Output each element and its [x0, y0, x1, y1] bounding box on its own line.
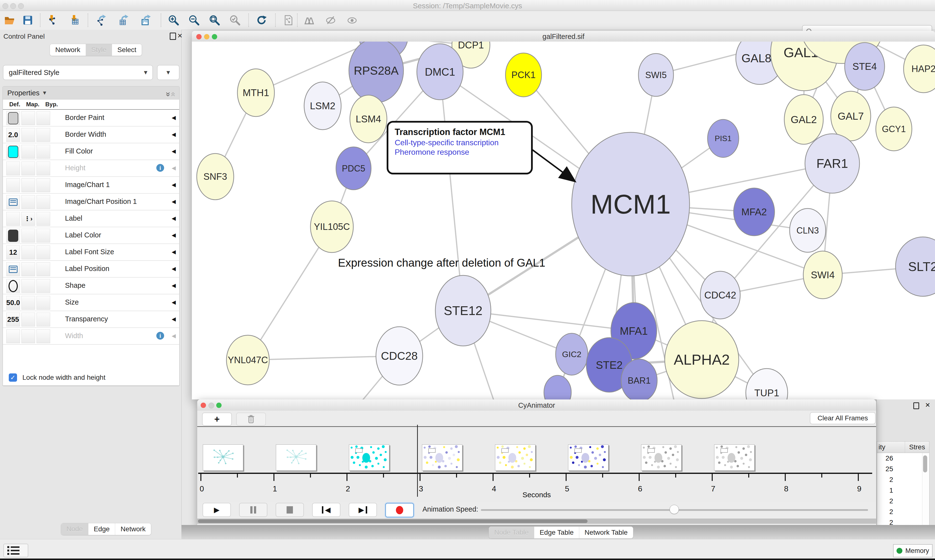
- bypass-cell[interactable]: [37, 111, 50, 125]
- bypass-cell[interactable]: [37, 329, 50, 343]
- expand-arrow-icon[interactable]: ◀: [172, 115, 176, 121]
- node-MFA2[interactable]: MFA2: [734, 188, 775, 236]
- table-row[interactable]: 2: [877, 474, 929, 485]
- node-PDC5[interactable]: PDC5: [336, 147, 371, 190]
- tab-network[interactable]: Network: [115, 523, 151, 535]
- mapping-cell[interactable]: [22, 262, 35, 276]
- network-canvas[interactable]: DCP1RPS28ADMC1PCK1SWI5GAL80GAL11STE4HAP2…: [192, 42, 935, 400]
- memory-button[interactable]: Memory: [893, 544, 933, 557]
- property-row-transparency[interactable]: 255Transparency◀: [3, 311, 179, 328]
- tab-network[interactable]: Network: [50, 44, 86, 56]
- default-cell[interactable]: 255: [6, 312, 20, 326]
- bypass-cell[interactable]: [37, 145, 50, 158]
- import-table-icon[interactable]: [68, 14, 80, 26]
- node-SLT2[interactable]: SLT2: [896, 237, 935, 296]
- lock-size-checkbox[interactable]: ✓: [9, 374, 17, 382]
- node-GAL7[interactable]: GAL7: [831, 91, 871, 141]
- property-row-size[interactable]: 50.0Size◀: [3, 294, 179, 311]
- bypass-cell[interactable]: [37, 195, 50, 209]
- zoom-in-icon[interactable]: [167, 14, 180, 26]
- stop-button[interactable]: [276, 503, 304, 517]
- frame-thumbnail-3[interactable]: [422, 445, 462, 471]
- network-window-titlebar[interactable]: galFiltered.sif: [192, 31, 935, 42]
- mapping-cell[interactable]: [22, 229, 35, 243]
- property-row-label-color[interactable]: Label Color◀: [3, 227, 179, 244]
- refresh-icon[interactable]: [255, 14, 268, 26]
- show-all-icon[interactable]: [346, 14, 358, 26]
- close-panel-icon[interactable]: ✕: [177, 32, 183, 39]
- node-YNL047C[interactable]: YNL047C: [227, 335, 269, 385]
- expand-arrow-icon[interactable]: ◀: [172, 249, 176, 255]
- mapping-cell[interactable]: ⋮›: [22, 212, 35, 226]
- default-cell[interactable]: [6, 111, 20, 125]
- cyanimator-scrollbar[interactable]: [197, 518, 876, 524]
- bypass-cell[interactable]: [37, 212, 50, 226]
- tab-edge[interactable]: Edge: [88, 523, 115, 535]
- default-cell[interactable]: [6, 329, 20, 343]
- mapping-cell[interactable]: [22, 329, 35, 343]
- float-panel-icon[interactable]: [913, 402, 919, 409]
- next-frame-button[interactable]: ▶: [349, 503, 377, 517]
- annotation-box[interactable]: Transcription factor MCM1 Cell-type-spec…: [387, 121, 533, 174]
- node-FAR1[interactable]: FAR1: [805, 134, 859, 193]
- tab-edge-table[interactable]: Edge Table: [534, 527, 579, 538]
- zoom-fit-icon[interactable]: [208, 14, 221, 26]
- bypass-cell[interactable]: [37, 296, 50, 310]
- mapping-cell[interactable]: [22, 279, 35, 293]
- node-LSM2[interactable]: LSM2: [304, 82, 341, 130]
- property-row-image-chart-position-1[interactable]: Image/Chart Position 1◀: [3, 194, 179, 211]
- property-row-border-paint[interactable]: Border Paint◀: [3, 110, 179, 126]
- node-DMC1[interactable]: DMC1: [417, 44, 463, 100]
- default-cell[interactable]: [6, 229, 20, 243]
- bypass-cell[interactable]: [37, 262, 50, 276]
- tab-node[interactable]: Node: [61, 523, 88, 535]
- frame-thumbnail-1[interactable]: [276, 445, 316, 471]
- style-select[interactable]: galFiltered Style ▼: [3, 65, 153, 80]
- table-row[interactable]: 25: [877, 464, 929, 474]
- info-icon[interactable]: i: [156, 332, 164, 340]
- expand-arrow-icon[interactable]: ◀: [172, 282, 176, 289]
- node-PCK1[interactable]: PCK1: [506, 53, 542, 97]
- frame-thumbnail-2[interactable]: [349, 445, 389, 471]
- collapse-all-icon[interactable]: «: [169, 92, 179, 94]
- table-scrollbar[interactable]: [922, 453, 928, 528]
- property-row-height[interactable]: Heighti◀: [3, 160, 179, 177]
- bypass-cell[interactable]: [37, 128, 50, 142]
- default-cell[interactable]: [6, 162, 20, 175]
- expand-arrow-icon[interactable]: ◀: [172, 299, 176, 306]
- property-row-label[interactable]: ⋮›Label◀: [3, 211, 179, 227]
- expand-arrow-icon[interactable]: ◀: [172, 148, 176, 154]
- record-button[interactable]: [385, 503, 414, 517]
- frame-thumbnail-6[interactable]: [641, 445, 682, 471]
- play-button[interactable]: ▶: [202, 503, 231, 517]
- cyanimator-timeline[interactable]: 0123456789 Seconds: [197, 427, 876, 502]
- info-icon[interactable]: i: [156, 164, 164, 172]
- bypass-cell[interactable]: [37, 245, 50, 259]
- tab-select[interactable]: Select: [112, 44, 142, 56]
- node-RPS28A[interactable]: RPS28A: [349, 42, 403, 103]
- prev-frame-button[interactable]: ◀: [312, 503, 340, 517]
- float-panel-icon[interactable]: [170, 32, 176, 40]
- delete-frame-button[interactable]: [236, 412, 266, 426]
- frame-thumbnail-5[interactable]: [568, 445, 608, 471]
- node-STE4[interactable]: STE4: [845, 43, 885, 90]
- bypass-cell[interactable]: [37, 162, 50, 175]
- bypass-cell[interactable]: [37, 279, 50, 293]
- tab-network-table[interactable]: Network Table: [579, 527, 633, 538]
- mapping-cell[interactable]: [22, 245, 35, 259]
- bypass-cell[interactable]: [37, 229, 50, 243]
- frame-thumbnail-7[interactable]: [714, 445, 754, 471]
- close-panel-icon[interactable]: ✕: [925, 402, 930, 409]
- property-row-label-position[interactable]: Label Position◀: [3, 261, 179, 278]
- expand-arrow-icon[interactable]: ◀: [172, 266, 176, 272]
- node-MCM1[interactable]: MCM1: [572, 132, 690, 276]
- cyanimator-titlebar[interactable]: CyAnimator: [197, 400, 876, 411]
- edge-DMC1-STE12[interactable]: [440, 72, 463, 311]
- bypass-cell[interactable]: [37, 178, 50, 192]
- binoculars-icon[interactable]: [302, 14, 315, 26]
- expand-arrow-icon[interactable]: ◀: [172, 215, 176, 222]
- expand-arrow-icon[interactable]: ◀: [172, 333, 176, 339]
- default-cell[interactable]: [6, 279, 20, 293]
- node-GIC2[interactable]: GIC2: [555, 333, 588, 375]
- table-row[interactable]: 2: [877, 506, 929, 517]
